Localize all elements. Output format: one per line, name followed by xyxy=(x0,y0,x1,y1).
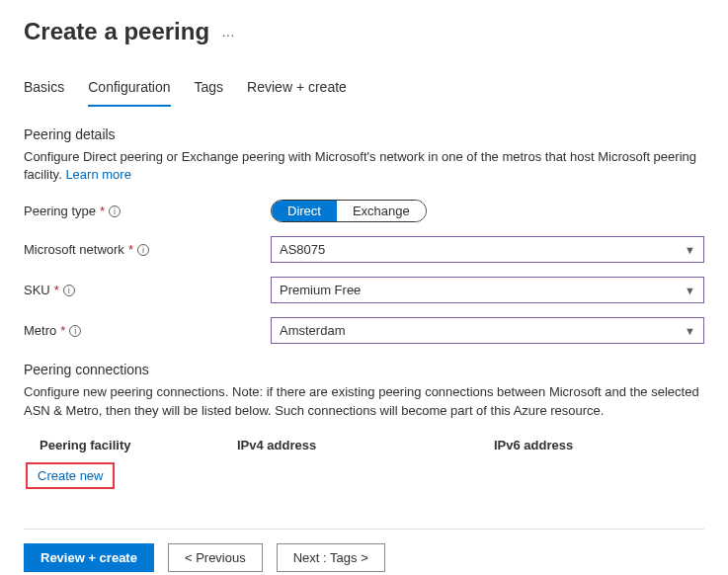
peering-type-direct[interactable]: Direct xyxy=(272,201,337,221)
column-peering-facility: Peering facility xyxy=(40,438,198,452)
tab-tags[interactable]: Tags xyxy=(195,73,224,107)
peering-details-desc: Configure Direct peering or Exchange pee… xyxy=(24,148,704,184)
chevron-down-icon: ▼ xyxy=(685,285,695,296)
peering-type-toggle: Direct Exchange xyxy=(271,200,427,222)
info-icon[interactable]: i xyxy=(63,285,75,296)
required-indicator: * xyxy=(100,204,105,218)
required-indicator: * xyxy=(60,323,65,338)
ms-network-dropdown[interactable]: AS8075 ▼ xyxy=(271,236,704,263)
review-create-button[interactable]: Review + create xyxy=(24,543,154,572)
info-icon[interactable]: i xyxy=(137,244,149,256)
info-icon[interactable]: i xyxy=(69,325,81,337)
peering-connections-desc: Configure new peering connections. Note:… xyxy=(24,383,704,419)
column-ipv6-address: IPv6 address xyxy=(494,438,672,452)
create-new-link[interactable]: Create new xyxy=(38,468,103,483)
sku-value: Premium Free xyxy=(280,283,361,297)
ms-network-label: Microsoft network xyxy=(24,242,124,257)
tab-basics[interactable]: Basics xyxy=(24,73,64,107)
peering-type-exchange[interactable]: Exchange xyxy=(337,201,426,221)
required-indicator: * xyxy=(128,242,133,257)
metro-dropdown[interactable]: Amsterdam ▼ xyxy=(271,317,704,344)
column-ipv4-address: IPv4 address xyxy=(237,438,454,452)
sku-dropdown[interactable]: Premium Free ▼ xyxy=(271,277,704,303)
create-new-highlight: Create new xyxy=(26,462,115,489)
peering-type-label: Peering type xyxy=(24,204,96,218)
info-icon[interactable]: i xyxy=(109,205,121,217)
metro-value: Amsterdam xyxy=(280,323,345,338)
chevron-down-icon: ▼ xyxy=(685,244,695,256)
more-actions-icon[interactable]: … xyxy=(221,24,236,40)
peering-details-heading: Peering details xyxy=(24,126,704,142)
tab-configuration[interactable]: Configuration xyxy=(88,73,170,107)
sku-label: SKU xyxy=(24,283,50,297)
page-title: Create a peering xyxy=(24,18,209,45)
required-indicator: * xyxy=(54,283,59,297)
learn-more-link[interactable]: Learn more xyxy=(65,167,130,182)
wizard-footer: Review + create < Previous Next : Tags > xyxy=(24,529,704,572)
tab-review-create[interactable]: Review + create xyxy=(247,73,347,107)
ms-network-value: AS8075 xyxy=(280,242,325,257)
next-button[interactable]: Next : Tags > xyxy=(277,543,385,572)
tab-bar: Basics Configuration Tags Review + creat… xyxy=(24,73,704,107)
chevron-down-icon: ▼ xyxy=(685,325,695,337)
metro-label: Metro xyxy=(24,323,56,338)
peering-connections-heading: Peering connections xyxy=(24,362,704,377)
connections-table-header: Peering facility IPv4 address IPv6 addre… xyxy=(24,438,704,452)
previous-button[interactable]: < Previous xyxy=(168,543,263,572)
